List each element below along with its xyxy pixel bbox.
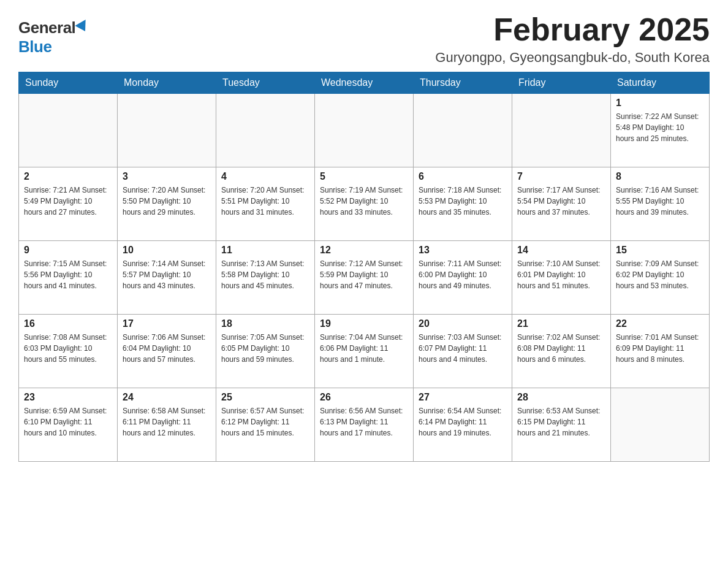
calendar-day-cell <box>512 94 611 167</box>
day-number: 13 <box>419 245 507 256</box>
day-number: 9 <box>24 245 112 256</box>
calendar-week-row: 9Sunrise: 7:15 AM Sunset: 5:56 PM Daylig… <box>19 241 710 315</box>
day-number: 22 <box>616 318 704 329</box>
weekday-header-wednesday: Wednesday <box>315 72 414 94</box>
calendar-day-cell: 19Sunrise: 7:04 AM Sunset: 6:06 PM Dayli… <box>315 315 414 388</box>
calendar-day-cell: 9Sunrise: 7:15 AM Sunset: 5:56 PM Daylig… <box>19 241 118 315</box>
day-info: Sunrise: 7:22 AM Sunset: 5:48 PM Dayligh… <box>616 111 704 144</box>
day-number: 26 <box>320 392 408 403</box>
calendar-day-cell: 12Sunrise: 7:12 AM Sunset: 5:59 PM Dayli… <box>315 241 414 315</box>
weekday-header-friday: Friday <box>512 72 611 94</box>
calendar-day-cell: 1Sunrise: 7:22 AM Sunset: 5:48 PM Daylig… <box>611 94 710 167</box>
calendar-day-cell <box>19 94 118 167</box>
day-number: 19 <box>320 318 408 329</box>
day-info: Sunrise: 7:02 AM Sunset: 6:08 PM Dayligh… <box>517 332 605 365</box>
logo: General Blue <box>18 12 89 56</box>
weekday-header-tuesday: Tuesday <box>216 72 315 94</box>
day-number: 5 <box>320 171 408 182</box>
day-number: 15 <box>616 245 704 256</box>
day-info: Sunrise: 6:57 AM Sunset: 6:12 PM Dayligh… <box>221 405 309 439</box>
day-info: Sunrise: 7:21 AM Sunset: 5:49 PM Dayligh… <box>24 185 112 218</box>
day-number: 12 <box>320 245 408 256</box>
weekday-header-sunday: Sunday <box>19 72 118 94</box>
page-header: General Blue February 2025 Guryongpo, Gy… <box>18 12 710 66</box>
day-number: 21 <box>517 318 605 329</box>
day-info: Sunrise: 6:59 AM Sunset: 6:10 PM Dayligh… <box>24 405 112 439</box>
day-number: 18 <box>221 318 309 329</box>
weekday-header-saturday: Saturday <box>611 72 710 94</box>
location-title: Guryongpo, Gyeongsangbuk-do, South Korea <box>435 50 710 66</box>
calendar-day-cell: 4Sunrise: 7:20 AM Sunset: 5:51 PM Daylig… <box>216 167 315 241</box>
calendar-week-row: 1Sunrise: 7:22 AM Sunset: 5:48 PM Daylig… <box>19 94 710 167</box>
day-number: 24 <box>123 392 211 403</box>
day-info: Sunrise: 7:10 AM Sunset: 6:01 PM Dayligh… <box>517 258 605 291</box>
day-info: Sunrise: 7:03 AM Sunset: 6:07 PM Dayligh… <box>419 332 507 365</box>
day-info: Sunrise: 7:20 AM Sunset: 5:51 PM Dayligh… <box>221 185 309 218</box>
calendar-day-cell: 13Sunrise: 7:11 AM Sunset: 6:00 PM Dayli… <box>414 241 512 315</box>
day-info: Sunrise: 7:05 AM Sunset: 6:05 PM Dayligh… <box>221 332 309 365</box>
day-info: Sunrise: 7:09 AM Sunset: 6:02 PM Dayligh… <box>616 258 704 291</box>
calendar-day-cell: 6Sunrise: 7:18 AM Sunset: 5:53 PM Daylig… <box>414 167 512 241</box>
day-info: Sunrise: 7:08 AM Sunset: 6:03 PM Dayligh… <box>24 332 112 365</box>
day-number: 4 <box>221 171 309 182</box>
weekday-header-row: SundayMondayTuesdayWednesdayThursdayFrid… <box>19 72 710 94</box>
weekday-header-monday: Monday <box>118 72 216 94</box>
day-number: 7 <box>517 171 605 182</box>
day-number: 20 <box>419 318 507 329</box>
calendar-day-cell: 25Sunrise: 6:57 AM Sunset: 6:12 PM Dayli… <box>216 388 315 462</box>
day-number: 6 <box>419 171 507 182</box>
day-info: Sunrise: 6:54 AM Sunset: 6:14 PM Dayligh… <box>419 405 507 439</box>
month-title: February 2025 <box>435 12 710 47</box>
calendar-day-cell <box>315 94 414 167</box>
day-info: Sunrise: 7:19 AM Sunset: 5:52 PM Dayligh… <box>320 185 408 218</box>
calendar-day-cell: 18Sunrise: 7:05 AM Sunset: 6:05 PM Dayli… <box>216 315 315 388</box>
calendar-week-row: 16Sunrise: 7:08 AM Sunset: 6:03 PM Dayli… <box>19 315 710 388</box>
logo-blue-text: Blue <box>18 37 51 56</box>
day-info: Sunrise: 7:14 AM Sunset: 5:57 PM Dayligh… <box>123 258 211 291</box>
calendar-day-cell: 22Sunrise: 7:01 AM Sunset: 6:09 PM Dayli… <box>611 315 710 388</box>
day-number: 16 <box>24 318 112 329</box>
calendar-day-cell: 28Sunrise: 6:53 AM Sunset: 6:15 PM Dayli… <box>512 388 611 462</box>
day-info: Sunrise: 7:04 AM Sunset: 6:06 PM Dayligh… <box>320 332 408 365</box>
calendar-day-cell: 3Sunrise: 7:20 AM Sunset: 5:50 PM Daylig… <box>118 167 216 241</box>
calendar-day-cell <box>414 94 512 167</box>
calendar-day-cell: 8Sunrise: 7:16 AM Sunset: 5:55 PM Daylig… <box>611 167 710 241</box>
day-number: 8 <box>616 171 704 182</box>
calendar-day-cell: 20Sunrise: 7:03 AM Sunset: 6:07 PM Dayli… <box>414 315 512 388</box>
day-number: 14 <box>517 245 605 256</box>
calendar-day-cell <box>118 94 216 167</box>
day-number: 23 <box>24 392 112 403</box>
calendar-day-cell: 23Sunrise: 6:59 AM Sunset: 6:10 PM Dayli… <box>19 388 118 462</box>
day-info: Sunrise: 7:17 AM Sunset: 5:54 PM Dayligh… <box>517 185 605 218</box>
calendar-day-cell: 5Sunrise: 7:19 AM Sunset: 5:52 PM Daylig… <box>315 167 414 241</box>
calendar-week-row: 23Sunrise: 6:59 AM Sunset: 6:10 PM Dayli… <box>19 388 710 462</box>
day-info: Sunrise: 7:20 AM Sunset: 5:50 PM Dayligh… <box>123 185 211 218</box>
day-info: Sunrise: 7:11 AM Sunset: 6:00 PM Dayligh… <box>419 258 507 291</box>
day-info: Sunrise: 7:13 AM Sunset: 5:58 PM Dayligh… <box>221 258 309 291</box>
calendar-day-cell: 21Sunrise: 7:02 AM Sunset: 6:08 PM Dayli… <box>512 315 611 388</box>
calendar-week-row: 2Sunrise: 7:21 AM Sunset: 5:49 PM Daylig… <box>19 167 710 241</box>
day-number: 1 <box>616 98 704 109</box>
calendar-day-cell: 16Sunrise: 7:08 AM Sunset: 6:03 PM Dayli… <box>19 315 118 388</box>
weekday-header-thursday: Thursday <box>414 72 512 94</box>
title-area: February 2025 Guryongpo, Gyeongsangbuk-d… <box>435 12 710 66</box>
day-info: Sunrise: 7:15 AM Sunset: 5:56 PM Dayligh… <box>24 258 112 291</box>
calendar-day-cell: 2Sunrise: 7:21 AM Sunset: 5:49 PM Daylig… <box>19 167 118 241</box>
day-number: 25 <box>221 392 309 403</box>
day-number: 27 <box>419 392 507 403</box>
day-number: 11 <box>221 245 309 256</box>
logo-triangle-icon <box>75 20 91 34</box>
day-info: Sunrise: 6:56 AM Sunset: 6:13 PM Dayligh… <box>320 405 408 439</box>
day-info: Sunrise: 6:58 AM Sunset: 6:11 PM Dayligh… <box>123 405 211 439</box>
day-number: 3 <box>123 171 211 182</box>
calendar-day-cell: 15Sunrise: 7:09 AM Sunset: 6:02 PM Dayli… <box>611 241 710 315</box>
day-number: 28 <box>517 392 605 403</box>
calendar-day-cell <box>216 94 315 167</box>
calendar-day-cell: 11Sunrise: 7:13 AM Sunset: 5:58 PM Dayli… <box>216 241 315 315</box>
day-number: 2 <box>24 171 112 182</box>
calendar-table: SundayMondayTuesdayWednesdayThursdayFrid… <box>18 72 710 462</box>
day-info: Sunrise: 7:06 AM Sunset: 6:04 PM Dayligh… <box>123 332 211 365</box>
logo-general-text: General <box>18 18 75 37</box>
calendar-day-cell: 24Sunrise: 6:58 AM Sunset: 6:11 PM Dayli… <box>118 388 216 462</box>
calendar-day-cell: 26Sunrise: 6:56 AM Sunset: 6:13 PM Dayli… <box>315 388 414 462</box>
